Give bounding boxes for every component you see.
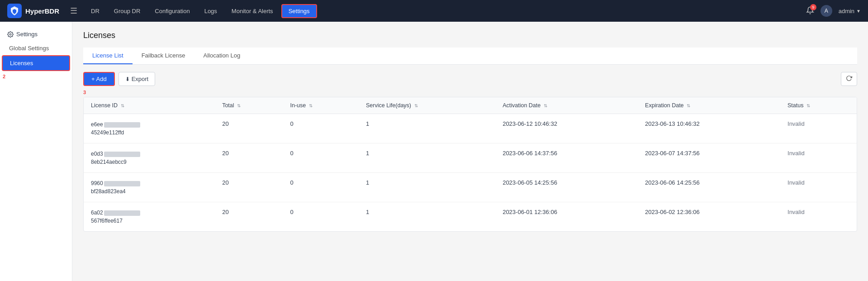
cell-service-life: 1 — [359, 143, 495, 173]
cell-in-use: 0 — [283, 143, 359, 173]
username: admin — [839, 8, 854, 14]
toolbar-left: + Add ⬇ Export 3 — [83, 72, 155, 86]
sort-icon-total: ⇅ — [237, 103, 241, 108]
export-label: Export — [132, 76, 149, 82]
table-row: 9960 bf28ad823ea4 20012023-06-05 14:25:5… — [84, 173, 857, 202]
sidebar-licenses-label: Licenses — [10, 60, 33, 67]
notifications-bell[interactable]: 9 — [806, 6, 814, 16]
sort-icon-activation-date: ⇅ — [544, 103, 547, 108]
table-row: e0d3 8eb214aebcc9 20012023-06-06 14:37:5… — [84, 143, 857, 173]
sort-icon-service-life: ⇅ — [414, 103, 418, 108]
logo[interactable]: HyperBDR — [7, 4, 59, 18]
table-row: e6ee 45249e112ffd 20012023-06-12 10:46:3… — [84, 114, 857, 143]
cell-in-use: 0 — [283, 114, 359, 143]
cell-license-id: 9960 bf28ad823ea4 — [84, 173, 215, 202]
logo-text: HyperBDR — [25, 7, 59, 15]
sidebar: Settings Global Settings Licenses 2 — [0, 22, 72, 281]
cell-status: Invalid — [780, 173, 857, 202]
cell-service-life: 1 — [359, 114, 495, 143]
license-id-redacted — [104, 152, 140, 157]
cell-status: Invalid — [780, 114, 857, 143]
cell-license-id: e0d3 8eb214aebcc9 — [84, 143, 215, 173]
export-icon: ⬇ — [125, 76, 130, 82]
cell-service-life: 1 — [359, 202, 495, 232]
logo-icon — [7, 4, 22, 18]
refresh-button[interactable] — [841, 72, 857, 86]
cell-service-life: 1 — [359, 173, 495, 202]
nav-item-configuration[interactable]: Configuration — [148, 5, 196, 17]
page-title: Licenses — [83, 31, 857, 40]
annotation-2: 2 — [3, 74, 5, 79]
col-total[interactable]: Total ⇅ — [215, 97, 283, 114]
cell-status: Invalid — [780, 202, 857, 232]
sidebar-item-global-settings[interactable]: Global Settings — [2, 41, 70, 55]
main-content: Licenses License List Failback License A… — [72, 22, 868, 281]
col-status[interactable]: Status ⇅ — [780, 97, 857, 114]
notification-badge: 9 — [810, 4, 816, 10]
col-expiration-date[interactable]: Expiration Date ⇅ — [638, 97, 780, 114]
nav-item-logs[interactable]: Logs — [198, 5, 223, 17]
col-in-use[interactable]: In-use ⇅ — [283, 97, 359, 114]
cell-total: 20 — [215, 114, 283, 143]
table: License ID ⇅ Total ⇅ In-use ⇅ Service — [84, 97, 857, 231]
sidebar-item-licenses[interactable]: Licenses 2 — [2, 55, 70, 71]
table-row: 6a02 567f6ffee617 20012023-06-01 12:36:0… — [84, 202, 857, 232]
topnav: HyperBDR ☰ DR Group DR Configuration Log… — [0, 0, 868, 22]
user-menu[interactable]: admin ▼ — [839, 8, 861, 14]
nav-item-group-dr[interactable]: Group DR — [108, 5, 147, 17]
table-body: e6ee 45249e112ffd 20012023-06-12 10:46:3… — [84, 114, 857, 232]
cell-in-use: 0 — [283, 173, 359, 202]
sort-icon-status: ⇅ — [806, 103, 810, 108]
license-id-redacted — [104, 181, 140, 186]
add-button[interactable]: + Add — [83, 72, 115, 86]
settings-icon — [7, 31, 14, 38]
refresh-icon — [846, 75, 852, 81]
cell-status: Invalid — [780, 143, 857, 173]
cell-activation-date: 2023-06-12 10:46:32 — [495, 114, 638, 143]
tab-bar: License List Failback License Allocation… — [83, 48, 857, 65]
sidebar-section-label: Settings — [16, 31, 38, 38]
avatar: A — [821, 5, 832, 17]
license-id-value: e0d3 8eb214aebcc9 — [91, 150, 208, 166]
cell-expiration-date: 2023-06-07 14:37:56 — [638, 143, 780, 173]
license-id-value: e6ee 45249e112ffd — [91, 120, 208, 137]
tab-license-list[interactable]: License List — [83, 48, 133, 64]
nav-item-monitor-alerts[interactable]: Monitor & Alerts — [225, 5, 280, 17]
tab-allocation-log[interactable]: Allocation Log — [194, 48, 249, 64]
nav-item-dr[interactable]: DR — [85, 5, 106, 17]
chevron-down-icon: ▼ — [856, 9, 861, 14]
license-id-redacted — [104, 122, 140, 128]
toolbar: + Add ⬇ Export 3 — [83, 72, 857, 86]
svg-point-1 — [9, 33, 11, 35]
layout: Settings Global Settings Licenses 2 Lice… — [0, 22, 868, 281]
licenses-table: License ID ⇅ Total ⇅ In-use ⇅ Service — [83, 97, 857, 232]
cell-in-use: 0 — [283, 202, 359, 232]
cell-expiration-date: 2023-06-02 12:36:06 — [638, 202, 780, 232]
license-id-value: 6a02 567f6ffee617 — [91, 209, 208, 225]
nav-item-settings[interactable]: Settings — [281, 4, 317, 18]
cell-total: 20 — [215, 202, 283, 232]
export-button[interactable]: ⬇ Export — [119, 72, 156, 86]
topnav-right: 9 A admin ▼ — [806, 5, 861, 17]
hamburger-icon[interactable]: ☰ — [66, 4, 81, 18]
sidebar-section-title: Settings — [0, 27, 72, 41]
cell-total: 20 — [215, 173, 283, 202]
cell-activation-date: 2023-06-05 14:25:56 — [495, 173, 638, 202]
cell-license-id: 6a02 567f6ffee617 — [84, 202, 215, 232]
cell-total: 20 — [215, 143, 283, 173]
col-service-life[interactable]: Service Life(days) ⇅ — [359, 97, 495, 114]
annotation-3: 3 — [83, 90, 86, 95]
cell-license-id: e6ee 45249e112ffd — [84, 114, 215, 143]
sort-icon-license-id: ⇅ — [121, 103, 124, 108]
sort-icon-expiration-date: ⇅ — [687, 103, 690, 108]
sort-icon-in-use: ⇅ — [309, 103, 313, 108]
license-id-redacted — [104, 210, 140, 216]
tab-failback-license[interactable]: Failback License — [133, 48, 194, 64]
license-id-value: 9960 bf28ad823ea4 — [91, 179, 208, 195]
col-license-id[interactable]: License ID ⇅ — [84, 97, 215, 114]
cell-activation-date: 2023-06-06 14:37:56 — [495, 143, 638, 173]
col-activation-date[interactable]: Activation Date ⇅ — [495, 97, 638, 114]
nav-items: DR Group DR Configuration Logs Monitor &… — [85, 4, 806, 18]
table-header-row: License ID ⇅ Total ⇅ In-use ⇅ Service — [84, 97, 857, 114]
cell-expiration-date: 2023-06-13 10:46:32 — [638, 114, 780, 143]
